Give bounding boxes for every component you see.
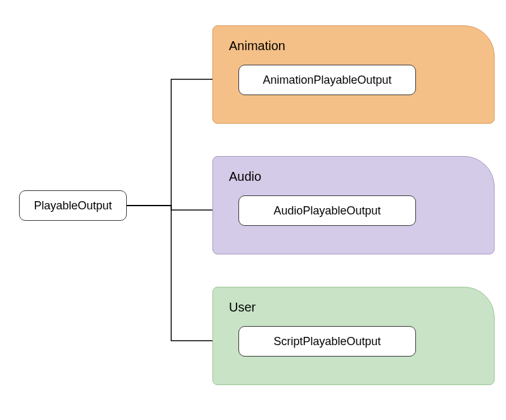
group-title-animation: Animation	[229, 39, 478, 53]
child-label: AnimationPlayableOutput	[263, 74, 391, 87]
root-label: PlayableOutput	[34, 199, 112, 213]
group-user: User ScriptPlayableOutput	[212, 287, 495, 385]
node-audio-playable-output: AudioPlayableOutput	[238, 195, 416, 226]
group-animation: Animation AnimationPlayableOutput	[212, 25, 495, 124]
node-animation-playable-output: AnimationPlayableOutput	[238, 65, 416, 95]
group-audio: Audio AudioPlayableOutput	[212, 156, 495, 254]
child-label: ScriptPlayableOutput	[273, 335, 380, 348]
root-node-playableoutput: PlayableOutput	[19, 190, 127, 221]
node-script-playable-output: ScriptPlayableOutput	[238, 326, 416, 357]
child-label: AudioPlayableOutput	[273, 204, 380, 218]
group-title-user: User	[229, 300, 478, 315]
group-title-audio: Audio	[229, 169, 478, 184]
